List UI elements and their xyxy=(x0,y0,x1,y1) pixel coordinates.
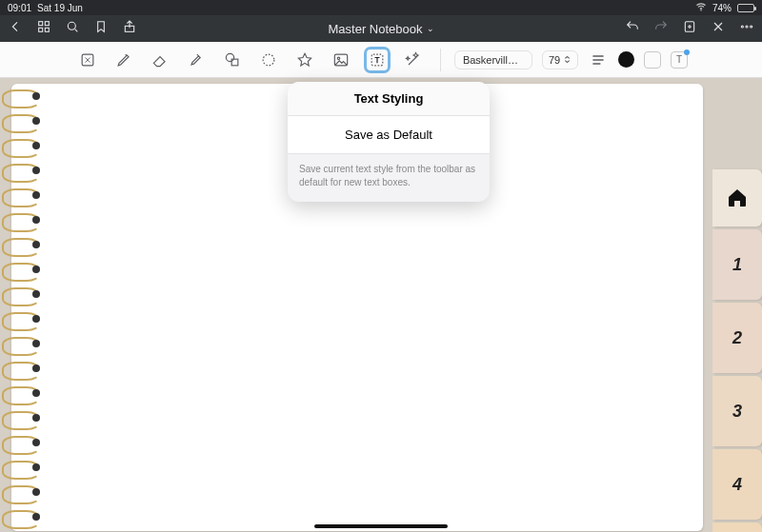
page-tabs: 1 2 3 4 5 xyxy=(712,169,762,532)
document-title[interactable]: Master Notebook ⌄ xyxy=(329,22,434,36)
favorites-tool[interactable] xyxy=(291,47,318,73)
text-style-preset[interactable]: T xyxy=(671,51,688,69)
font-selector[interactable]: Baskerville-B... xyxy=(454,50,532,69)
status-bar: 09:01 Sat 19 Jun 74% xyxy=(0,0,762,15)
tab-2[interactable]: 2 xyxy=(712,303,762,373)
save-as-default-button[interactable]: Save as Default xyxy=(288,116,490,154)
tab-3[interactable]: 3 xyxy=(712,376,762,446)
close-button[interactable] xyxy=(711,19,726,38)
chevron-down-icon: ⌄ xyxy=(427,24,434,33)
paragraph-style-button[interactable] xyxy=(588,49,609,70)
spiral-binding xyxy=(2,88,40,532)
popover-title: Text Styling xyxy=(288,82,490,116)
svg-point-0 xyxy=(700,10,702,11)
svg-point-12 xyxy=(226,53,233,61)
toolbar-separator xyxy=(440,49,441,71)
tab-5[interactable]: 5 xyxy=(712,522,762,532)
more-button[interactable] xyxy=(739,19,754,38)
zoom-tool[interactable] xyxy=(74,47,101,73)
status-time: 09:01 xyxy=(8,3,31,13)
status-date: Sat 19 Jun xyxy=(37,3,83,13)
lasso-tool[interactable] xyxy=(255,47,282,73)
search-button[interactable] xyxy=(65,19,80,38)
text-glyph: T xyxy=(676,54,682,65)
wifi-icon xyxy=(695,1,707,14)
eraser-tool[interactable] xyxy=(147,47,173,73)
stepper-icon xyxy=(563,55,572,64)
battery-pct: 74% xyxy=(712,3,732,13)
grid-button[interactable] xyxy=(36,19,51,38)
font-size-selector[interactable]: 79 xyxy=(542,50,578,69)
magic-tool[interactable] xyxy=(400,47,427,73)
tab-label: 4 xyxy=(732,475,742,495)
svg-point-14 xyxy=(263,54,274,66)
tab-label: 1 xyxy=(732,255,742,275)
image-tool[interactable] xyxy=(328,47,354,73)
color-swatch[interactable] xyxy=(618,51,634,68)
battery-icon xyxy=(737,4,754,12)
redo-button[interactable] xyxy=(653,19,669,38)
tab-label: 3 xyxy=(732,402,742,422)
svg-point-8 xyxy=(741,26,743,28)
tab-4[interactable]: 4 xyxy=(712,449,762,520)
toolbar: Baskerville-B... 79 T xyxy=(0,42,762,78)
undo-button[interactable] xyxy=(625,19,640,38)
add-page-button[interactable] xyxy=(682,19,697,38)
svg-rect-2 xyxy=(45,22,49,26)
highlighter-tool[interactable] xyxy=(183,47,210,73)
svg-rect-1 xyxy=(39,22,43,26)
svg-rect-3 xyxy=(39,28,43,31)
tab-label: 2 xyxy=(732,328,742,348)
title-text: Master Notebook xyxy=(329,22,423,36)
preset-indicator-icon xyxy=(684,49,690,55)
background-swatch[interactable] xyxy=(644,51,661,69)
tab-home[interactable] xyxy=(712,169,762,227)
svg-point-5 xyxy=(68,22,75,30)
home-indicator[interactable] xyxy=(314,524,448,528)
svg-point-9 xyxy=(746,26,748,28)
back-button[interactable] xyxy=(8,19,23,38)
share-button[interactable] xyxy=(122,19,137,38)
text-tool[interactable] xyxy=(364,47,391,73)
text-styling-popover: Text Styling Save as Default Save curren… xyxy=(288,82,490,202)
svg-point-10 xyxy=(751,26,752,28)
svg-rect-4 xyxy=(45,28,49,31)
svg-point-16 xyxy=(337,57,340,60)
popover-description: Save current text style from the toolbar… xyxy=(288,154,490,202)
home-icon xyxy=(726,187,749,209)
shape-tool[interactable] xyxy=(219,47,246,73)
tab-1[interactable]: 1 xyxy=(712,229,762,300)
pen-tool[interactable] xyxy=(110,47,137,73)
font-size-value: 79 xyxy=(549,54,560,66)
nav-bar: Master Notebook ⌄ xyxy=(0,15,762,42)
bookmark-button[interactable] xyxy=(93,19,109,38)
